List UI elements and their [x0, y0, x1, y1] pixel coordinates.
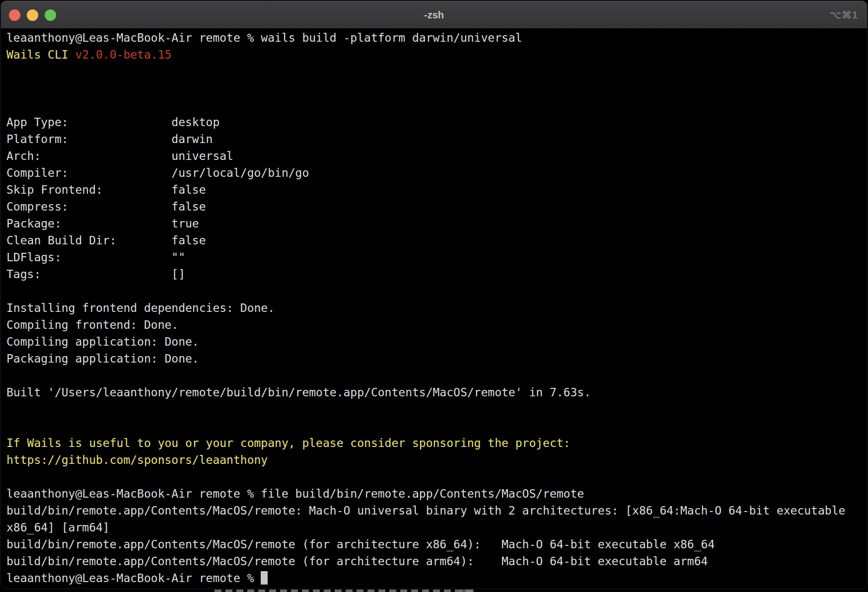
- terminal-text-segment: Arch: universal: [6, 149, 233, 162]
- terminal-line: [6, 367, 867, 384]
- terminal-text-segment: build/bin/remote.app/Contents/MacOS/remo…: [6, 504, 845, 517]
- terminal-line: x86_64] [arm64]: [6, 519, 867, 536]
- terminal-line: Platform: darwin: [6, 131, 867, 148]
- terminal-text-segment: App Type: desktop: [6, 116, 219, 129]
- terminal-line: build/bin/remote.app/Contents/MacOS/remo…: [6, 536, 867, 553]
- terminal-line: build/bin/remote.app/Contents/MacOS/remo…: [6, 502, 867, 519]
- terminal-cursor: [261, 571, 268, 585]
- terminal-line: Packaging application: Done.: [6, 350, 867, 367]
- terminal-line: Compiling application: Done.: [6, 333, 867, 350]
- titlebar[interactable]: -zsh ⌥⌘1: [1, 1, 867, 29]
- terminal-line: leaanthony@Leas-MacBook-Air remote %: [6, 570, 867, 587]
- terminal-line: Built '/Users/leaanthony/remote/build/bi…: [6, 384, 867, 401]
- terminal-line: https://github.com/sponsors/leaanthony: [6, 451, 867, 468]
- terminal-text-segment: Installing frontend dependencies: Done.: [6, 301, 275, 314]
- terminal-text-segment: x86_64] [arm64]: [6, 521, 110, 534]
- terminal-text-segment: Compiler: /usr/local/go/bin/go: [6, 166, 309, 179]
- terminal-text-segment: build/bin/remote.app/Contents/MacOS/remo…: [6, 555, 708, 568]
- terminal-line: leaanthony@Leas-MacBook-Air remote % fil…: [6, 485, 867, 502]
- terminal-text-segment: build/bin/remote.app/Contents/MacOS/remo…: [6, 538, 715, 551]
- terminal-text-segment: If Wails is useful to you or your compan…: [6, 437, 570, 449]
- terminal-line: [6, 401, 867, 418]
- terminal-text-segment: Clean Build Dir: false: [6, 234, 206, 247]
- terminal-text-segment: v2.0.0-beta.15: [75, 48, 171, 61]
- terminal-text-segment: LDFlags: "": [6, 251, 185, 264]
- terminal-line: Compiling frontend: Done.: [6, 316, 867, 333]
- terminal-text-segment: Built '/Users/leaanthony/remote/build/bi…: [6, 386, 591, 399]
- terminal-text-segment: Skip Frontend: false: [6, 183, 206, 196]
- terminal-line: Package: true: [6, 215, 867, 232]
- terminal-line: [6, 97, 867, 114]
- tab-shortcut-badge: ⌥⌘1: [830, 1, 858, 29]
- terminal-line: leaanthony@Leas-MacBook-Air remote % wai…: [6, 29, 867, 46]
- terminal-text-segment: Compiling application: Done.: [6, 335, 199, 348]
- terminal-line: [6, 468, 867, 485]
- terminal-line: Compiler: /usr/local/go/bin/go: [6, 164, 867, 181]
- terminal-screen[interactable]: leaanthony@Leas-MacBook-Air remote % wai…: [1, 29, 867, 589]
- terminal-line: Skip Frontend: false: [6, 181, 867, 198]
- close-button[interactable]: [9, 9, 20, 21]
- terminal-text-segment: Platform: darwin: [6, 133, 213, 146]
- minimize-button[interactable]: [27, 9, 38, 21]
- terminal-line: [6, 80, 867, 97]
- terminal-line: [6, 418, 867, 435]
- zoom-button[interactable]: [45, 9, 56, 21]
- terminal-line: Compress: false: [6, 198, 867, 215]
- terminal-text-segment: Wails CLI: [6, 48, 75, 61]
- background-window-text-sliver: [215, 590, 473, 592]
- terminal-line: App Type: desktop: [6, 114, 867, 131]
- terminal-text-segment: Tags: []: [6, 268, 185, 281]
- terminal-line: Arch: universal: [6, 148, 867, 164]
- terminal-line: LDFlags: "": [6, 249, 867, 266]
- window-controls: [1, 9, 56, 21]
- terminal-line: [6, 283, 867, 299]
- terminal-line: Clean Build Dir: false: [6, 232, 867, 249]
- terminal-text-segment: Packaging application: Done.: [6, 352, 199, 365]
- terminal-line: [6, 63, 867, 80]
- terminal-text-segment: Compress: false: [6, 200, 206, 213]
- terminal-text-segment: Compiling frontend: Done.: [6, 318, 178, 331]
- terminal-line: Wails CLI v2.0.0-beta.15: [6, 46, 867, 63]
- background-window-text-sliver: [461, 590, 474, 592]
- terminal-text-segment: https://github.com/sponsors/leaanthony: [6, 453, 268, 466]
- terminal-line: Installing frontend dependencies: Done.: [6, 299, 867, 316]
- terminal-line: Tags: []: [6, 266, 867, 283]
- terminal-text-segment: Package: true: [6, 217, 199, 230]
- terminal-line: build/bin/remote.app/Contents/MacOS/remo…: [6, 553, 867, 570]
- terminal-text-segment: leaanthony@Leas-MacBook-Air remote % wai…: [6, 31, 522, 44]
- window-title: -zsh: [1, 1, 867, 29]
- terminal-text-segment: leaanthony@Leas-MacBook-Air remote % fil…: [6, 487, 584, 500]
- terminal-text-segment: leaanthony@Leas-MacBook-Air remote %: [6, 572, 261, 585]
- terminal-line: If Wails is useful to you or your compan…: [6, 435, 867, 451]
- terminal-window: -zsh ⌥⌘1 leaanthony@Leas-MacBook-Air rem…: [0, 0, 868, 589]
